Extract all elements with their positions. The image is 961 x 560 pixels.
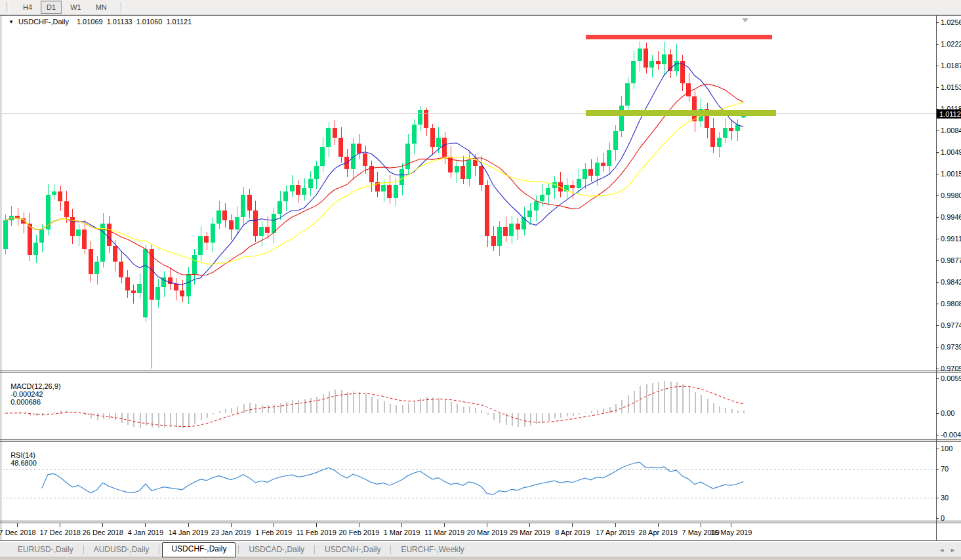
svg-text:0.00: 0.00 xyxy=(941,409,954,417)
svg-text:11 Feb 2019: 11 Feb 2019 xyxy=(296,529,337,536)
ohlc-high: 1.01133 xyxy=(107,18,133,26)
toolbar-separator xyxy=(121,2,123,12)
svg-text:0.97050: 0.97050 xyxy=(941,365,961,372)
timeframe-toolbar: H4D1W1MN xyxy=(0,0,961,15)
svg-text:1 Feb 2019: 1 Feb 2019 xyxy=(255,529,292,536)
tab-separator xyxy=(390,545,391,554)
timeframe-button-d1[interactable]: D1 xyxy=(41,1,62,14)
rsi-name: RSI(14) xyxy=(10,451,35,459)
timeframe-button-w1[interactable]: W1 xyxy=(64,1,87,14)
tab-usdcad-daily[interactable]: USDCAD-,Daily xyxy=(240,543,313,556)
svg-text:28 Apr 2019: 28 Apr 2019 xyxy=(638,529,677,536)
tab-usdcnh-daily[interactable]: USDCNH-,Daily xyxy=(316,543,389,556)
current-price-value: 1.01121 xyxy=(939,110,961,118)
svg-text:17 Apr 2019: 17 Apr 2019 xyxy=(596,529,634,536)
tab-separator xyxy=(238,545,239,554)
svg-text:23 Jan 2019: 23 Jan 2019 xyxy=(211,529,251,536)
chart-dropdown-icon[interactable]: ▼ xyxy=(9,19,14,25)
tab-scroll-arrows: ◄ ► xyxy=(933,542,956,558)
svg-text:17 Dec 2018: 17 Dec 2018 xyxy=(40,529,81,536)
tab-eurusd-daily[interactable]: EURUSD-,Daily xyxy=(9,543,82,556)
svg-text:7 Dec 2018: 7 Dec 2018 xyxy=(0,529,36,536)
tab-separator xyxy=(159,545,159,554)
svg-text:0: 0 xyxy=(941,514,945,522)
support-line[interactable] xyxy=(586,110,776,116)
timeframe-button-h4[interactable]: H4 xyxy=(17,1,38,14)
tab-usdchf-daily[interactable]: USDCHF-,Daily xyxy=(162,542,235,557)
tabs-scroll-left-icon[interactable]: ◄ xyxy=(939,547,945,553)
svg-text:1 Mar 2019: 1 Mar 2019 xyxy=(384,529,420,536)
svg-text:100: 100 xyxy=(941,445,952,452)
svg-text:30: 30 xyxy=(941,494,949,502)
toolbar-separator xyxy=(7,2,9,12)
macd-signal-value: 0.000686 xyxy=(10,398,41,406)
macd-indicator-label: MACD(12,26,9) -0.000242 0.000686 xyxy=(7,374,64,406)
svg-text:0.97390: 0.97390 xyxy=(941,343,961,351)
svg-text:1.01530: 1.01530 xyxy=(941,83,961,91)
ohlc-low: 1.01060 xyxy=(136,18,163,26)
tab-separator xyxy=(83,545,84,554)
rsi-indicator-label: RSI(14) 48.6800 xyxy=(7,443,39,467)
svg-text:0.99110: 0.99110 xyxy=(941,235,961,243)
chart-tabs: EURUSD-,DailyAUDUSD-,DailyUSDCHF-,DailyU… xyxy=(9,542,473,557)
ohlc-open: 1.01069 xyxy=(77,18,103,26)
svg-text:-0.004243: -0.004243 xyxy=(941,431,961,439)
svg-text:0.99800: 0.99800 xyxy=(941,191,961,199)
svg-text:20 Mar 2019: 20 Mar 2019 xyxy=(467,529,508,536)
timeframe-buttons: H4D1W1MN xyxy=(16,1,114,14)
svg-text:0.98770: 0.98770 xyxy=(941,256,961,264)
ohlc-close: 1.01121 xyxy=(166,18,192,26)
svg-text:0.00597: 0.00597 xyxy=(941,374,961,382)
svg-text:29 Mar 2019: 29 Mar 2019 xyxy=(510,529,550,536)
rsi-value: 48.6800 xyxy=(10,459,37,467)
svg-text:0.97740: 0.97740 xyxy=(941,321,961,329)
svg-text:4 Jan 2019: 4 Jan 2019 xyxy=(128,529,163,536)
tab-audusd-daily[interactable]: AUDUSD-,Daily xyxy=(85,543,158,556)
svg-text:70: 70 xyxy=(941,465,949,473)
chart-symbol-period: USDCHF-,Daily xyxy=(18,18,69,26)
macd-name: MACD(12,26,9) xyxy=(10,382,60,390)
svg-text:1.01870: 1.01870 xyxy=(941,62,961,70)
chart-title-overlay: ▼ USDCHF-,Daily 1.01069 1.01133 1.01060 … xyxy=(9,18,195,26)
svg-text:1.00490: 1.00490 xyxy=(941,148,961,156)
svg-text:11 Mar 2019: 11 Mar 2019 xyxy=(424,529,464,536)
svg-text:1.02560: 1.02560 xyxy=(941,18,961,26)
tabs-scroll-right-icon[interactable]: ► xyxy=(950,547,956,553)
svg-text:1.00840: 1.00840 xyxy=(941,127,961,134)
tab-separator xyxy=(314,545,315,554)
svg-text:1.02220: 1.02220 xyxy=(941,40,961,48)
svg-text:0.98420: 0.98420 xyxy=(941,278,961,286)
timeframe-button-mn[interactable]: MN xyxy=(90,1,113,14)
chart-tab-bar: EURUSD-,DailyAUDUSD-,DailyUSDCHF-,DailyU… xyxy=(0,542,961,557)
tab-eurchf-weekly[interactable]: EURCHF-,Weekly xyxy=(392,543,472,556)
macd-value: -0.000242 xyxy=(10,390,43,398)
resistance-line[interactable] xyxy=(586,35,772,39)
svg-text:26 Dec 2018: 26 Dec 2018 xyxy=(83,529,123,536)
svg-text:1.00150: 1.00150 xyxy=(941,170,961,178)
svg-text:20 Feb 2019: 20 Feb 2019 xyxy=(339,529,380,536)
svg-text:14 Jan 2019: 14 Jan 2019 xyxy=(169,529,209,536)
svg-text:16 May 2019: 16 May 2019 xyxy=(710,529,752,536)
svg-text:8 Apr 2019: 8 Apr 2019 xyxy=(555,529,590,536)
price-chart[interactable]: 1.025601.022201.018701.015301.011801.008… xyxy=(0,14,961,542)
svg-text:0.98080: 0.98080 xyxy=(941,300,961,308)
svg-text:0.99460: 0.99460 xyxy=(941,213,961,221)
